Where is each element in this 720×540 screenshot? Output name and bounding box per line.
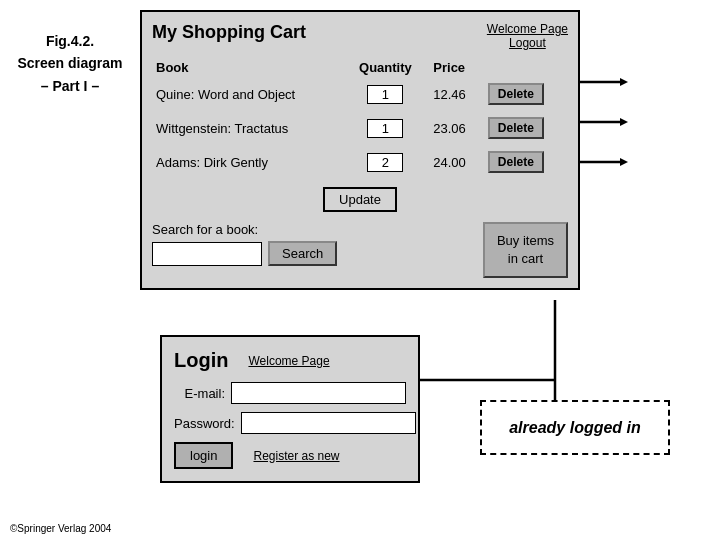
welcome-page-link[interactable]: Welcome Page bbox=[487, 22, 568, 36]
login-panel: Login Welcome Page E-mail: Password: log… bbox=[160, 335, 420, 483]
svg-marker-1 bbox=[620, 78, 628, 86]
delete-button[interactable]: Delete bbox=[488, 117, 544, 139]
password-input[interactable] bbox=[241, 412, 416, 434]
login-header: Login Welcome Page bbox=[174, 349, 406, 372]
login-button[interactable]: login bbox=[174, 442, 233, 469]
search-section: Search for a book: Search bbox=[152, 222, 473, 266]
price-cell: 24.00 bbox=[425, 145, 484, 179]
delete-cell: Delete bbox=[484, 77, 568, 111]
copyright: ©Springer Verlag 2004 bbox=[10, 523, 111, 534]
svg-marker-7 bbox=[620, 158, 628, 166]
search-input[interactable] bbox=[152, 242, 262, 266]
cart-title: My Shopping Cart bbox=[152, 22, 306, 43]
buy-btn-line2: in cart bbox=[508, 251, 543, 266]
book-title: Wittgenstein: Tractatus bbox=[152, 111, 345, 145]
logout-link[interactable]: Logout bbox=[487, 36, 568, 50]
update-section: Update bbox=[152, 187, 568, 212]
password-row: Password: bbox=[174, 412, 406, 434]
col-quantity: Quantity bbox=[345, 58, 425, 77]
col-price: Price bbox=[425, 58, 484, 77]
buy-button[interactable]: Buy items in cart bbox=[483, 222, 568, 278]
table-row: Wittgenstein: Tractatus 23.06 Delete bbox=[152, 111, 568, 145]
quantity-input[interactable] bbox=[367, 119, 403, 138]
login-welcome-link[interactable]: Welcome Page bbox=[248, 354, 329, 368]
cart-table: Book Quantity Price Quine: Word and Obje… bbox=[152, 58, 568, 179]
qty-cell bbox=[345, 77, 425, 111]
update-button[interactable]: Update bbox=[323, 187, 397, 212]
already-logged-box: already logged in bbox=[480, 400, 670, 455]
email-label: E-mail: bbox=[174, 386, 231, 401]
delete-cell: Delete bbox=[484, 111, 568, 145]
table-row: Quine: Word and Object 12.46 Delete bbox=[152, 77, 568, 111]
password-label: Password: bbox=[174, 416, 241, 431]
search-label: Search for a book: bbox=[152, 222, 473, 237]
table-row: Adams: Dirk Gently 24.00 Delete bbox=[152, 145, 568, 179]
delete-button[interactable]: Delete bbox=[488, 83, 544, 105]
login-title: Login bbox=[174, 349, 228, 372]
top-links: Welcome Page Logout bbox=[487, 22, 568, 50]
col-book: Book bbox=[152, 58, 345, 77]
svg-marker-4 bbox=[620, 118, 628, 126]
search-row: Search bbox=[152, 241, 473, 266]
shopping-cart-panel: My Shopping Cart Welcome Page Logout Boo… bbox=[140, 10, 580, 290]
qty-cell bbox=[345, 111, 425, 145]
search-button[interactable]: Search bbox=[268, 241, 337, 266]
quantity-input[interactable] bbox=[367, 153, 403, 172]
register-link[interactable]: Register as new bbox=[253, 449, 339, 463]
price-cell: 12.46 bbox=[425, 77, 484, 111]
qty-cell bbox=[345, 145, 425, 179]
email-input[interactable] bbox=[231, 382, 406, 404]
book-title: Quine: Word and Object bbox=[152, 77, 345, 111]
book-title: Adams: Dirk Gently bbox=[152, 145, 345, 179]
email-row: E-mail: bbox=[174, 382, 406, 404]
delete-button[interactable]: Delete bbox=[488, 151, 544, 173]
quantity-input[interactable] bbox=[367, 85, 403, 104]
figure-label: Fig.4.2. Screen diagram – Part I – bbox=[10, 30, 130, 97]
buy-btn-line1: Buy items bbox=[497, 233, 554, 248]
login-bottom: login Register as new bbox=[174, 442, 406, 469]
delete-cell: Delete bbox=[484, 145, 568, 179]
bottom-section: Search for a book: Search Buy items in c… bbox=[152, 222, 568, 278]
price-cell: 23.06 bbox=[425, 111, 484, 145]
already-logged-text: already logged in bbox=[509, 419, 641, 437]
